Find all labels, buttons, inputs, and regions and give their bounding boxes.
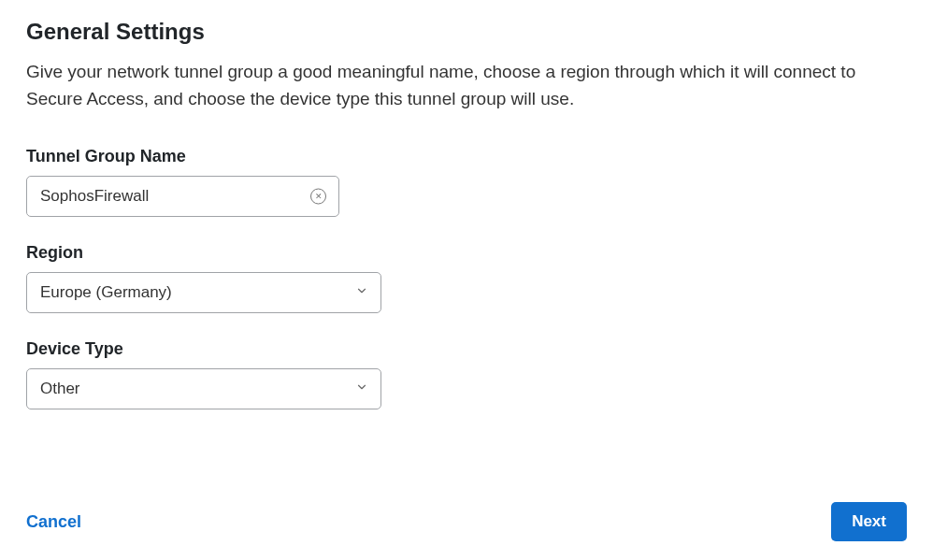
next-button[interactable]: Next [831, 502, 907, 541]
cancel-button[interactable]: Cancel [26, 512, 81, 532]
device-type-field: Device Type Other [26, 339, 907, 409]
tunnel-group-name-input[interactable] [26, 176, 339, 217]
clear-input-icon[interactable] [310, 188, 326, 204]
region-field: Region Europe (Germany) [26, 243, 907, 313]
device-type-label: Device Type [26, 339, 907, 359]
device-type-select-value: Other [40, 380, 80, 398]
footer-actions: Cancel Next [26, 502, 907, 541]
device-type-select[interactable]: Other [26, 368, 381, 409]
region-select-value: Europe (Germany) [40, 283, 172, 302]
region-label: Region [26, 243, 907, 263]
page-title: General Settings [26, 19, 907, 45]
tunnel-group-name-field: Tunnel Group Name [26, 147, 907, 217]
page-description: Give your network tunnel group a good me… [26, 58, 886, 113]
region-select[interactable]: Europe (Germany) [26, 272, 381, 313]
tunnel-group-name-label: Tunnel Group Name [26, 147, 907, 166]
